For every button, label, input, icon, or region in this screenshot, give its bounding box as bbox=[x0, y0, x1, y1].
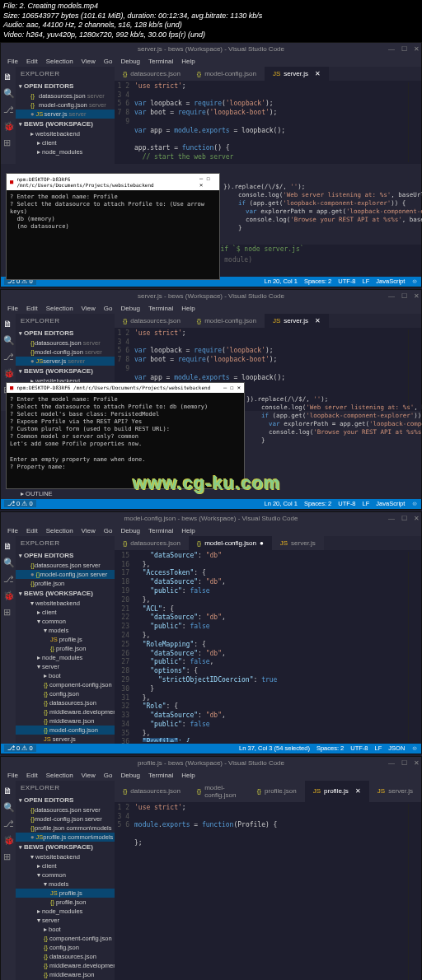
menu-file[interactable]: File bbox=[7, 772, 18, 779]
menu-go[interactable]: Go bbox=[104, 305, 113, 312]
menu-debug[interactable]: Debug bbox=[120, 772, 140, 779]
terminal-body[interactable]: ? Enter the model name: Profile ? Select… bbox=[7, 190, 219, 281]
tree-folder[interactable]: ▾ models bbox=[16, 880, 115, 889]
feedback-icon[interactable]: ☺ bbox=[411, 278, 418, 285]
tree-folder[interactable]: ▸ boot bbox=[16, 925, 115, 934]
tree-file[interactable]: {} middleware.development.json bbox=[16, 961, 115, 970]
menu-selection[interactable]: Selection bbox=[46, 305, 73, 312]
terminal-window[interactable]: ■ npm:DESKTOP-D83RF6 /mnt/c/Users/Docume… bbox=[6, 173, 220, 280]
menu-edit[interactable]: Edit bbox=[26, 58, 38, 65]
minimize-icon[interactable]: — bbox=[388, 292, 395, 300]
terminal-body[interactable]: ? Enter the model name: Profile ? Select… bbox=[7, 393, 244, 483]
workspace-section[interactable]: BEWS (WORKSPACE) bbox=[16, 842, 115, 852]
tree-folder[interactable]: ▾ server bbox=[16, 662, 115, 671]
terminal-window[interactable]: ■ npm:DESKTOP-D83RF6 /mnt/c/Users/Docume… bbox=[6, 382, 245, 489]
open-editor-item[interactable]: {}datasources.json server bbox=[16, 561, 115, 570]
tree-folder[interactable]: ▸ client bbox=[16, 861, 115, 870]
tab-datasources[interactable]: {}datasources.json bbox=[115, 536, 189, 550]
extensions-icon[interactable]: ⊞ bbox=[3, 607, 13, 617]
open-editor-item[interactable]: {}model-config.json server bbox=[16, 814, 115, 824]
tree-folder[interactable]: ▸ client bbox=[16, 138, 115, 147]
language-mode[interactable]: JSON bbox=[388, 744, 405, 752]
minimap[interactable] bbox=[408, 552, 421, 742]
debug-icon[interactable]: 🐞 bbox=[3, 590, 13, 600]
indent-info[interactable]: Spaces: 2 bbox=[304, 500, 331, 507]
open-editor-item[interactable]: ●JSserver.js server bbox=[16, 110, 115, 119]
explorer-icon[interactable]: 🗎 bbox=[3, 319, 13, 329]
menu-file[interactable]: File bbox=[7, 305, 18, 312]
extensions-icon[interactable]: ⊞ bbox=[3, 852, 13, 861]
feedback-icon[interactable]: ☺ bbox=[411, 744, 418, 752]
git-branch[interactable]: ⎇ 0 ⚠ 0 bbox=[4, 500, 36, 507]
minimize-icon[interactable]: — bbox=[388, 45, 395, 53]
git-branch[interactable]: ⎇ 0 ⚠ 0 bbox=[4, 744, 36, 752]
menu-debug[interactable]: Debug bbox=[120, 527, 140, 534]
eol-info[interactable]: LF bbox=[375, 744, 382, 752]
menu-view[interactable]: View bbox=[82, 58, 96, 65]
tree-folder[interactable]: ▾ websitebackend bbox=[16, 599, 115, 608]
search-icon[interactable]: 🔍 bbox=[3, 88, 13, 98]
search-icon[interactable]: 🔍 bbox=[3, 802, 13, 812]
search-icon[interactable]: 🔍 bbox=[3, 335, 13, 345]
cursor-position[interactable]: Ln 20, Col 1 bbox=[264, 278, 297, 285]
close-icon[interactable]: ✕ bbox=[414, 759, 420, 767]
menu-help[interactable]: Help bbox=[181, 527, 195, 534]
workspace-section[interactable]: BEWS (WORKSPACE) bbox=[16, 366, 115, 376]
minimize-icon[interactable]: — bbox=[388, 759, 395, 767]
tree-folder[interactable]: ▾ common bbox=[16, 870, 115, 880]
close-icon[interactable]: ✕ bbox=[414, 292, 420, 300]
tree-folder[interactable]: ▸ boot bbox=[16, 671, 115, 680]
tree-folder[interactable]: ▸ node_modules bbox=[16, 907, 115, 916]
tree-file[interactable]: {} datasources.json bbox=[16, 698, 115, 707]
open-editor-item[interactable]: {}datasources.json server bbox=[16, 338, 115, 348]
tree-folder[interactable]: ▸ node_modules bbox=[16, 653, 115, 662]
encoding-info[interactable]: UTF-8 bbox=[350, 744, 368, 752]
tree-file[interactable]: {} component-config.json bbox=[16, 934, 115, 943]
tab-server-js[interactable]: JSserver.js✕ bbox=[265, 67, 329, 81]
menu-debug[interactable]: Debug bbox=[120, 58, 140, 65]
menu-file[interactable]: File bbox=[7, 527, 18, 534]
git-icon[interactable]: ⎇ bbox=[3, 819, 13, 828]
tree-file[interactable]: {} profile.json bbox=[16, 898, 115, 907]
tab-profile-json[interactable]: {}profile.json bbox=[249, 781, 305, 802]
workspace-section[interactable]: BEWS (WORKSPACE) bbox=[16, 119, 115, 129]
tree-file[interactable]: JS server.js bbox=[16, 735, 115, 744]
open-editor-item[interactable]: ●{}model-config.json server bbox=[16, 570, 115, 579]
tab-datasources[interactable]: {}datasources.json bbox=[115, 67, 189, 81]
open-editor-item[interactable]: {}datasources.json server bbox=[16, 91, 115, 100]
debug-icon[interactable]: 🐞 bbox=[3, 835, 13, 845]
minimize-icon[interactable]: — bbox=[388, 515, 395, 522]
eol-info[interactable]: LF bbox=[363, 278, 370, 285]
tab-server-js[interactable]: JSserver.js bbox=[272, 536, 324, 550]
tree-file[interactable]: JS profile.js bbox=[16, 889, 115, 898]
tree-file[interactable]: {} model-config.json bbox=[16, 726, 115, 735]
explorer-icon[interactable]: 🗎 bbox=[3, 541, 13, 551]
eol-info[interactable]: LF bbox=[363, 500, 370, 507]
encoding-info[interactable]: UTF-8 bbox=[338, 278, 355, 285]
menu-edit[interactable]: Edit bbox=[26, 305, 38, 312]
open-editor-item[interactable]: ●JSprofile.js common\models bbox=[16, 833, 115, 842]
cursor-position[interactable]: Ln 37, Col 3 (54 selected) bbox=[239, 744, 310, 752]
tab-model-config[interactable]: {}model-config.json ● bbox=[189, 536, 272, 550]
maximize-icon[interactable]: ☐ bbox=[401, 759, 407, 767]
close-icon[interactable]: ✕ bbox=[414, 45, 420, 53]
tree-folder[interactable]: ▾ models bbox=[16, 626, 115, 635]
menu-go[interactable]: Go bbox=[104, 58, 113, 65]
minimap[interactable] bbox=[408, 82, 421, 162]
open-editors-section[interactable]: OPEN EDITORS bbox=[16, 81, 115, 91]
menu-help[interactable]: Help bbox=[181, 305, 195, 312]
menu-view[interactable]: View bbox=[82, 527, 96, 534]
menu-terminal[interactable]: Terminal bbox=[148, 527, 173, 534]
minimap[interactable] bbox=[408, 804, 421, 980]
debug-icon[interactable]: 🐞 bbox=[3, 368, 13, 378]
menu-go[interactable]: Go bbox=[104, 772, 113, 779]
close-icon[interactable]: ✕ bbox=[414, 515, 420, 522]
menu-terminal[interactable]: Terminal bbox=[148, 305, 173, 312]
code-content[interactable]: 'use strict'; var loopback = require('lo… bbox=[134, 82, 408, 162]
menu-terminal[interactable]: Terminal bbox=[148, 58, 173, 65]
tree-file[interactable]: {} middleware.json bbox=[16, 970, 115, 979]
menu-debug[interactable]: Debug bbox=[120, 305, 140, 312]
tab-profile-js[interactable]: JSprofile.js✕ bbox=[305, 781, 369, 802]
outline-section[interactable]: ▸ OUTLINE bbox=[16, 488, 115, 499]
tab-datasources[interactable]: {}datasources.json bbox=[115, 314, 189, 328]
